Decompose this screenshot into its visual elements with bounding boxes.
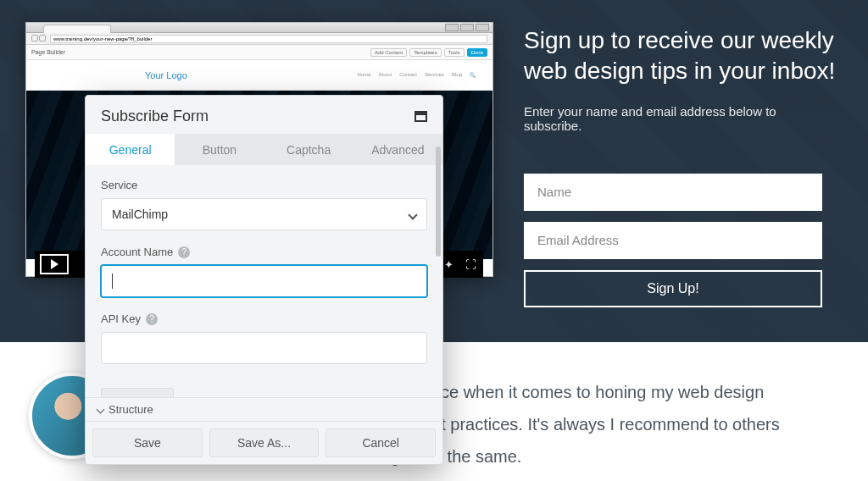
subscribe-form-modal: Subscribe Form General Button Captcha Ad… (85, 95, 443, 465)
site-header: Your Logo Home About Contact Services Bl… (26, 60, 492, 91)
toolbar-tools[interactable]: Tools (444, 48, 465, 57)
hero-subtitle: Enter your name and email address below … (524, 104, 837, 133)
site-logo: Your Logo (145, 70, 187, 80)
chevron-down-icon (97, 406, 105, 414)
play-icon (51, 259, 58, 269)
nav-item[interactable]: Home (358, 72, 371, 78)
play-button[interactable] (40, 254, 69, 274)
account-name-input[interactable] (101, 265, 427, 297)
signup-form: Sign up to receive our weekly web design… (524, 25, 837, 307)
site-nav: Home About Contact Services Blog 🔍 (358, 72, 476, 78)
hero-title: Sign up to receive our weekly web design… (524, 25, 837, 87)
email-input[interactable] (524, 222, 822, 259)
browser-chrome (26, 23, 492, 33)
search-icon[interactable]: 🔍 (470, 72, 476, 78)
window-controls[interactable] (445, 24, 489, 31)
page-builder-bar: Page Builder Add Content Templates Tools… (26, 45, 492, 60)
nav-item[interactable]: Contact (399, 72, 417, 78)
url-input[interactable] (50, 35, 487, 43)
toolbar-done[interactable]: Done (467, 48, 487, 57)
nav-item[interactable]: About (379, 72, 392, 78)
nav-item[interactable]: Blog (452, 72, 462, 78)
browser-tab[interactable] (43, 25, 111, 33)
modal-body: Service MailChimp Account Name ? API Key… (86, 165, 442, 397)
toolbar-templates[interactable]: Templates (409, 48, 441, 57)
toolbar-add[interactable]: Add Content (370, 48, 407, 57)
name-input[interactable] (524, 174, 822, 211)
browser-addressbar (26, 33, 492, 45)
page-builder-label: Page Builder (31, 49, 65, 55)
signup-button[interactable]: Sign Up! (524, 270, 822, 307)
nav-item[interactable]: Services (425, 72, 444, 78)
nav-arrows[interactable] (31, 35, 47, 42)
